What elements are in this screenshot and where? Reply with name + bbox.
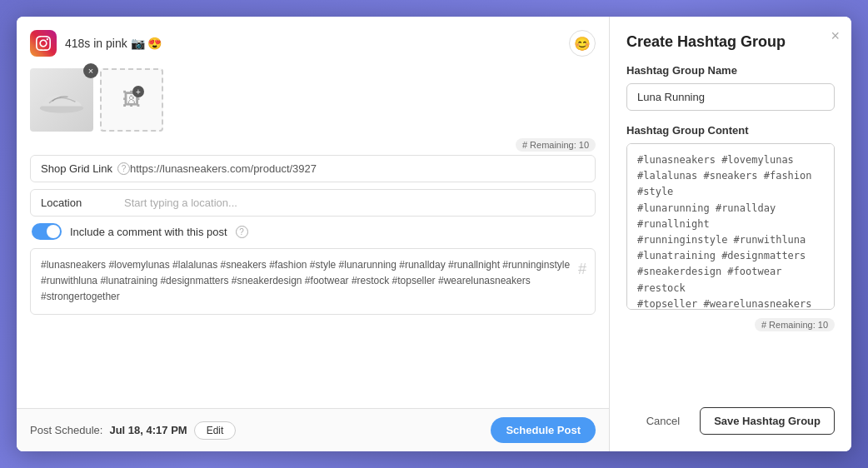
- hashtag-group-name-input[interactable]: [626, 83, 835, 111]
- emoji-button[interactable]: 😊: [569, 30, 596, 57]
- toggle-knob: [47, 225, 60, 238]
- hashtag-group-content-wrapper: #lunasneakers #lovemylunas #lalalunas #s…: [626, 143, 835, 397]
- post-schedule-label: Post Schedule:: [30, 424, 102, 436]
- include-comment-help-icon[interactable]: ?: [236, 226, 248, 238]
- location-label: Location: [41, 197, 124, 209]
- left-bottom-bar: Post Schedule: Jul 18, 4:17 PM Edit Sche…: [17, 408, 609, 451]
- media-area: × 🖼 +: [30, 68, 596, 132]
- hashtag-comment-box[interactable]: #lunasneakers #lovemylunas #lalalunas #s…: [30, 248, 596, 315]
- media-remaining: # Remaining: 10: [30, 140, 596, 150]
- location-input[interactable]: Start typing a location...: [124, 197, 237, 209]
- remove-media-button[interactable]: ×: [83, 63, 98, 78]
- sneaker-image: [30, 68, 93, 132]
- post-schedule-value: Jul 18, 4:17 PM: [109, 424, 187, 436]
- hashtag-comment-text: #lunasneakers #lovemylunas #lalalunas #s…: [41, 259, 570, 302]
- instagram-icon: [30, 30, 57, 57]
- post-area: 418s in pink 📷 😍 😊 ×: [17, 17, 609, 408]
- main-container: 418s in pink 📷 😍 😊 ×: [17, 17, 851, 451]
- include-comment-row: Include a comment with this post ?: [30, 223, 596, 240]
- shop-grid-link-label: Shop Grid Link ?: [41, 162, 130, 175]
- post-header: 418s in pink 📷 😍 😊: [30, 30, 596, 57]
- shop-grid-link-value: https://lunasneakers.com/product/3927: [130, 162, 585, 175]
- save-hashtag-group-button[interactable]: Save Hashtag Group: [700, 407, 835, 435]
- include-comment-label: Include a comment with this post: [70, 226, 227, 238]
- add-photo-icon: 🖼 +: [122, 89, 141, 111]
- shop-grid-help-icon[interactable]: ?: [117, 162, 130, 175]
- shop-grid-link-row: Shop Grid Link ? https://lunasneakers.co…: [30, 155, 596, 182]
- hashtag-group-name-label: Hashtag Group Name: [626, 64, 835, 77]
- close-button[interactable]: ×: [831, 28, 840, 43]
- cancel-button[interactable]: Cancel: [635, 408, 691, 434]
- right-panel: × Create Hashtag Group Hashtag Group Nam…: [610, 17, 851, 451]
- location-row: Location Start typing a location...: [30, 189, 596, 217]
- left-panel: 418s in pink 📷 😍 😊 ×: [17, 17, 610, 451]
- include-comment-toggle[interactable]: [32, 223, 62, 240]
- add-media-button[interactable]: 🖼 +: [100, 68, 163, 132]
- schedule-info: Post Schedule: Jul 18, 4:17 PM Edit: [30, 421, 236, 440]
- right-bottom-bar: Cancel Save Hashtag Group: [626, 407, 835, 435]
- textarea-remaining: # Remaining: 10: [626, 316, 835, 331]
- post-title: 418s in pink 📷 😍: [65, 37, 561, 50]
- edit-schedule-button[interactable]: Edit: [194, 421, 237, 440]
- schedule-post-button[interactable]: Schedule Post: [491, 417, 596, 443]
- textarea-remaining-badge: # Remaining: 10: [755, 318, 835, 331]
- hashtag-group-content-textarea[interactable]: #lunasneakers #lovemylunas #lalalunas #s…: [626, 143, 835, 310]
- panel-title: Create Hashtag Group: [626, 33, 835, 51]
- hashtag-icon: #: [578, 257, 586, 281]
- media-thumbnail: ×: [30, 68, 93, 132]
- hashtag-group-content-label: Hashtag Group Content: [626, 124, 835, 137]
